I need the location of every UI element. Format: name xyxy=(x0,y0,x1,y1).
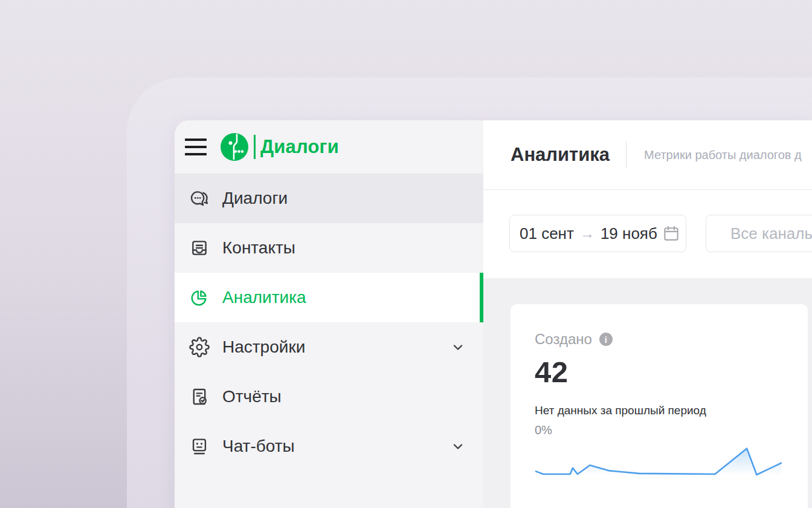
chevron-down-icon xyxy=(451,340,465,354)
sidebar-item-label: Диалоги xyxy=(222,189,288,208)
channels-select-value: Все каналы xyxy=(730,224,812,243)
card-delta: 0% xyxy=(535,423,784,437)
logo-separator xyxy=(254,135,256,159)
card-note: Нет данных за прошлый период xyxy=(535,404,784,417)
chat-bubbles-icon xyxy=(188,187,210,209)
sidebar-item-label: Настройки xyxy=(222,337,305,357)
chevron-down-icon xyxy=(451,439,465,454)
filters-toolbar: 01 сент → 19 нояб Все каналы xyxy=(483,190,812,278)
sidebar-item-label: Отчёты xyxy=(222,387,282,406)
sidebar-item-pie-chart[interactable]: Аналитика xyxy=(175,273,483,322)
sidebar-menu: Диалоги Контакты Аналитика Настройки Отч… xyxy=(175,174,483,471)
robot-icon xyxy=(188,435,210,457)
sidebar-header: Диалоги xyxy=(175,120,483,174)
info-icon[interactable]: i xyxy=(599,333,613,346)
main-area: Аналитика Метрики работы диалогов д 01 с… xyxy=(483,120,812,508)
card-title: Создано xyxy=(535,331,592,348)
sidebar-item-chat-bubbles[interactable]: Диалоги xyxy=(175,174,483,223)
logo-text: Диалоги xyxy=(260,136,339,158)
sidebar-item-report[interactable]: Отчёты xyxy=(175,372,483,422)
sidebar: Диалоги Диалоги Контакты Аналитика Настр… xyxy=(175,120,483,508)
created-sparkline-chart xyxy=(535,442,784,477)
date-range-picker[interactable]: 01 сент → 19 нояб xyxy=(509,215,686,252)
sidebar-item-contacts[interactable]: Контакты xyxy=(175,223,483,273)
sidebar-item-robot[interactable]: Чат-боты xyxy=(175,422,483,471)
card-value: 42 xyxy=(535,355,784,389)
channels-select[interactable]: Все каналы xyxy=(706,215,812,252)
app-window: Диалоги Диалоги Контакты Аналитика Настр… xyxy=(175,120,812,508)
date-start: 01 сент xyxy=(520,224,574,243)
app-logo: Диалоги xyxy=(221,133,339,161)
header-divider xyxy=(626,141,627,169)
page-header: Аналитика Метрики работы диалогов д xyxy=(483,120,812,190)
date-end: 19 нояб xyxy=(601,224,657,243)
report-icon xyxy=(188,386,210,408)
sidebar-item-gear[interactable]: Настройки xyxy=(175,322,483,372)
sidebar-item-label: Аналитика xyxy=(222,288,306,307)
created-metric-card: Создано i 42 Нет данных за прошлый перио… xyxy=(511,304,808,508)
megafon-logo-icon xyxy=(221,133,248,161)
gear-icon xyxy=(188,336,210,358)
contacts-icon xyxy=(188,237,210,259)
sidebar-item-label: Чат-боты xyxy=(222,437,295,456)
sidebar-item-label: Контакты xyxy=(222,238,295,258)
page-title: Аналитика xyxy=(511,144,610,166)
date-arrow-icon: → xyxy=(580,225,594,242)
hamburger-menu-icon[interactable] xyxy=(185,135,207,159)
calendar-icon xyxy=(662,224,680,243)
pie-chart-icon xyxy=(188,287,210,308)
page-subtitle: Метрики работы диалогов д xyxy=(644,148,802,162)
analytics-content: Создано i 42 Нет данных за прошлый перио… xyxy=(483,278,812,508)
